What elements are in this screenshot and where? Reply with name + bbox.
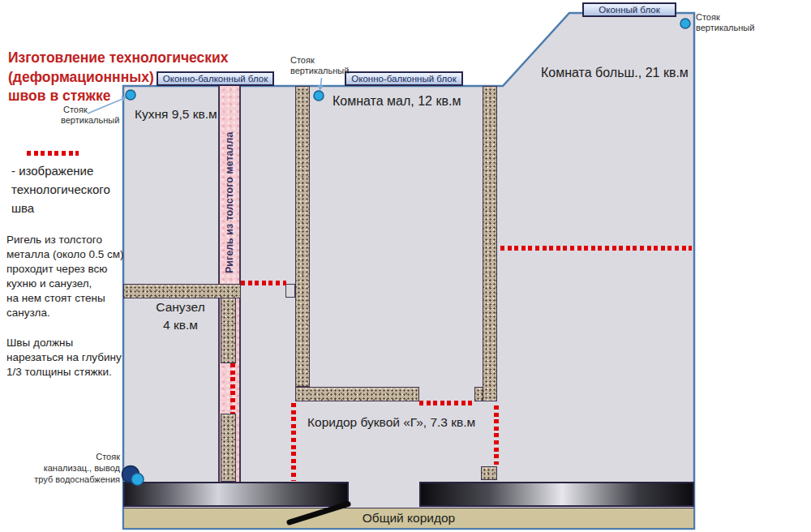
- wall-bathroom-right-lower: [221, 414, 236, 482]
- wall-small-room-left: [295, 86, 310, 387]
- joint-line-doorway: [419, 401, 474, 405]
- note-rigel: на нем стоят стены: [6, 292, 144, 304]
- wall-joint-stub: [285, 284, 295, 298]
- entry-bar-right: [419, 482, 694, 507]
- note-joints: нарезаться на глубину: [6, 351, 144, 363]
- sewer-riser-label: канализац., вывод: [24, 463, 120, 474]
- window-balcony-block-label: Оконно-балконный блок: [351, 74, 456, 84]
- slide: Общий коридор Оконно-балконный блок Окон…: [0, 0, 811, 532]
- sewer-riser-label: труб водоснабжения: [24, 474, 120, 486]
- entry-bar-left: [123, 482, 349, 507]
- sewer-riser-dot: [122, 466, 139, 483]
- joint-line-big-room: [500, 246, 692, 251]
- room-label-big-room: Комната больш., 21 кв.м: [541, 66, 689, 80]
- legend-text: - изображение: [11, 164, 157, 178]
- note-rigel: металла (около 0.5 см): [6, 248, 144, 260]
- window-block-big-room: Оконный блок: [582, 2, 676, 17]
- window-balcony-block-small-room: Оконно-балконный блок: [345, 71, 463, 86]
- note-rigel: кухню и санузел,: [6, 277, 144, 290]
- legend-text: технологического: [11, 182, 157, 196]
- riser-dot-big-room: [680, 19, 690, 28]
- riser-label-big-room: Стояк: [696, 12, 720, 24]
- sewer-riser-label: Стояк: [24, 452, 120, 463]
- window-block-label: Оконный блок: [599, 5, 659, 15]
- note-joints: 1/3 толщины стяжки.: [6, 366, 144, 378]
- riser-arrow-small-room: [321, 78, 322, 85]
- joint-line-corridor-left: [291, 403, 296, 481]
- room-label-bathroom: Санузел: [146, 300, 215, 315]
- riser-label-big-room: вертикальный: [696, 23, 754, 34]
- wall-corridor-stub: [481, 466, 497, 480]
- wall-bathroom-right-upper: [221, 298, 236, 363]
- joint-line-corridor-right: [494, 405, 499, 465]
- riser-arrowhead-small-room: [318, 85, 324, 91]
- joint-line-bathroom: [241, 281, 286, 285]
- room-label-kitchen: Кухня 9,5 кв.м: [135, 107, 217, 122]
- page-title: швов в стяжке: [8, 88, 251, 104]
- common-corridor-strip: Общий коридор: [124, 508, 693, 528]
- note-rigel: проходит через всю: [6, 263, 144, 275]
- page-title: (деформационнных): [8, 69, 251, 85]
- riser-dot-small-room: [314, 91, 324, 101]
- legend-text: шва: [11, 201, 157, 215]
- room-label-bathroom-area: 4 кв.м: [146, 318, 215, 332]
- room-label-small-room: Комната мал, 12 кв.м: [333, 94, 461, 109]
- note-rigel: санузла.: [6, 307, 144, 319]
- rigel-strip-label: Ригель из толстого металла: [217, 118, 242, 288]
- legend-joint-sample: [27, 151, 79, 156]
- note-rigel: Ригель из толстого: [6, 234, 144, 246]
- riser-label-kitchen: вертикальный: [61, 115, 119, 127]
- page-title: Изготовление технологических: [8, 49, 251, 66]
- common-corridor-label: Общий коридор: [363, 511, 455, 526]
- note-joints: Швы должны: [6, 337, 144, 349]
- room-label-corridor: Коридор буквой «Г», 7.3 кв.м: [307, 415, 475, 430]
- wall-small-room-bottom: [295, 387, 419, 401]
- wall-small-room-right: [483, 86, 497, 401]
- riser-label-small-room: вертикальный: [290, 66, 349, 77]
- joint-line-rigel: [230, 363, 235, 414]
- riser-label-small-room: Стояк: [290, 55, 315, 66]
- riser-label-kitchen: Стояк: [63, 105, 88, 116]
